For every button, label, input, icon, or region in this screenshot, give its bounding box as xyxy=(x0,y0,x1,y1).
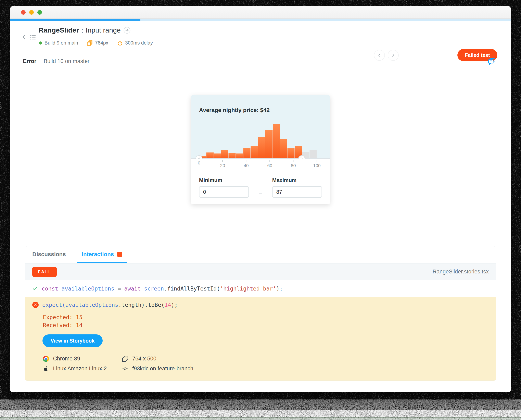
highlighted-bar xyxy=(273,124,280,158)
story-meta: Build 9 on main 764px 30 xyxy=(39,40,162,46)
viewport-icon xyxy=(122,356,129,362)
back-button[interactable] xyxy=(21,34,28,40)
x-axis-tick: 20 xyxy=(220,160,225,168)
apple-icon xyxy=(43,366,49,372)
histogram-bars xyxy=(199,122,317,158)
story-variant-name: Input range xyxy=(86,26,121,34)
muted-bar xyxy=(309,150,316,158)
panel-tabs: Discussions Interactions xyxy=(25,246,496,263)
histogram-section: Average nightly price: $42 xyxy=(191,95,330,159)
browser-info: Chrome 89 xyxy=(43,356,122,362)
maximum-field: Maximum xyxy=(272,177,322,198)
browser-label: Chrome 89 xyxy=(53,356,80,362)
minimize-window-button[interactable] xyxy=(29,10,34,15)
highlighted-bar xyxy=(236,153,243,158)
environment-info: Chrome 89 764 x 500 xyxy=(43,356,489,372)
error-bar: Error Build 10 on master xyxy=(10,55,511,67)
viewport-size-info: 764 x 500 xyxy=(122,356,489,362)
highlighted-bar xyxy=(287,148,295,158)
test-panel: Discussions Interactions FAIL RangeSlide… xyxy=(25,246,496,381)
commit-info: f93kdc on feature-branch xyxy=(122,366,489,372)
comments-button[interactable] xyxy=(488,57,496,66)
viewport-size-label: 764 x 500 xyxy=(132,356,156,362)
highlighted-bar xyxy=(229,153,236,158)
x-axis: 020406080100 xyxy=(191,159,330,173)
range-separator: – xyxy=(249,177,272,197)
build-progress-bar xyxy=(10,19,511,21)
expected-value: Expected: 15 xyxy=(43,314,489,320)
tab-discussions-label: Discussions xyxy=(32,251,66,258)
highlighted-bar xyxy=(265,130,272,158)
zoom-window-button[interactable] xyxy=(37,10,42,15)
minimum-field: Minimum xyxy=(199,177,249,198)
x-axis-tick: 40 xyxy=(244,160,249,168)
minimum-input[interactable] xyxy=(199,186,249,198)
arrow-right-circle-icon xyxy=(124,27,131,34)
build-status: Build 9 on main xyxy=(39,40,78,46)
story-list-button[interactable] xyxy=(30,34,36,40)
highlighted-bar xyxy=(243,148,250,158)
fail-status-badge: FAIL xyxy=(32,267,57,277)
x-axis-tick: 80 xyxy=(291,160,296,168)
interactions-fail-badge-icon xyxy=(117,252,122,257)
maximum-input[interactable] xyxy=(272,186,322,198)
highlighted-bar xyxy=(258,137,265,158)
story-viewport: Average nightly price: $42 020406080100 … xyxy=(10,67,511,229)
commit-icon xyxy=(122,366,129,372)
story-title: RangeSlider : Input range xyxy=(39,26,131,34)
error-build-label: Build 10 on master xyxy=(44,58,89,64)
list-icon xyxy=(30,34,36,40)
code-line-1: const availableOptions = await screen.fi… xyxy=(42,285,283,292)
title-separator: : xyxy=(81,26,83,34)
range-slider-card: Average nightly price: $42 020406080100 … xyxy=(191,95,330,204)
build-passed-dot-icon xyxy=(39,41,42,45)
tab-interactions[interactable]: Interactions xyxy=(77,246,127,263)
build-progress-fill xyxy=(10,19,140,21)
x-axis-tick: 60 xyxy=(267,160,272,168)
failed-step-block: expect(availableOptions.length).toBe(14)… xyxy=(25,297,496,381)
error-label: Error xyxy=(23,58,36,64)
chevron-left-icon xyxy=(21,34,28,40)
titlebar xyxy=(10,6,511,19)
highlighted-bar xyxy=(206,152,213,158)
close-window-button[interactable] xyxy=(21,10,26,15)
tab-interactions-label: Interactions xyxy=(82,251,114,258)
viewport-label: 764px xyxy=(95,40,108,46)
delay-meta: 300ms delay xyxy=(117,40,153,46)
x-axis-tick: 100 xyxy=(313,160,321,168)
viewport-icon xyxy=(87,40,92,46)
highlighted-bar xyxy=(221,150,228,158)
passed-step-row: const availableOptions = await screen.fi… xyxy=(25,280,496,297)
error-x-icon xyxy=(32,302,39,308)
comments-icon xyxy=(488,57,496,66)
os-info: Linux Amazon Linux 2 xyxy=(43,366,122,372)
range-inputs: Minimum – Maximum xyxy=(191,173,330,198)
component-name: RangeSlider xyxy=(39,26,79,34)
highlighted-bar xyxy=(214,153,221,158)
view-in-storybook-button[interactable]: View in Storybook xyxy=(43,334,103,347)
app-window: RangeSlider : Input range Build 9 on mai… xyxy=(10,6,511,392)
story-header: RangeSlider : Input range Build 9 on mai… xyxy=(10,21,511,55)
go-to-story-button[interactable] xyxy=(124,27,131,34)
os-label: Linux Amazon Linux 2 xyxy=(53,366,107,372)
failed-assertion-row: expect(availableOptions.length).toBe(14)… xyxy=(32,302,489,308)
received-value: Received: 14 xyxy=(43,322,489,328)
commit-label: f93kdc on feature-branch xyxy=(132,366,193,372)
chrome-icon xyxy=(43,356,49,362)
maximum-label: Maximum xyxy=(272,177,322,183)
assertion-code: expect(availableOptions.length).toBe(14)… xyxy=(42,302,178,308)
viewport-meta: 764px xyxy=(87,40,108,46)
test-result-row: FAIL RangeSlider.stories.tsx xyxy=(25,263,496,280)
highlighted-bar xyxy=(250,146,258,158)
story-file-name: RangeSlider.stories.tsx xyxy=(433,269,489,275)
highlighted-bar xyxy=(280,139,287,158)
minimum-label: Minimum xyxy=(199,177,249,183)
tab-discussions[interactable]: Discussions xyxy=(27,246,71,263)
stopwatch-icon xyxy=(117,40,123,46)
check-icon xyxy=(32,286,38,291)
x-axis-tick: 0 xyxy=(198,160,200,166)
build-status-label: Build 9 on main xyxy=(44,40,78,46)
chart-title: Average nightly price: $42 xyxy=(199,107,270,113)
delay-label: 300ms delay xyxy=(125,40,153,46)
